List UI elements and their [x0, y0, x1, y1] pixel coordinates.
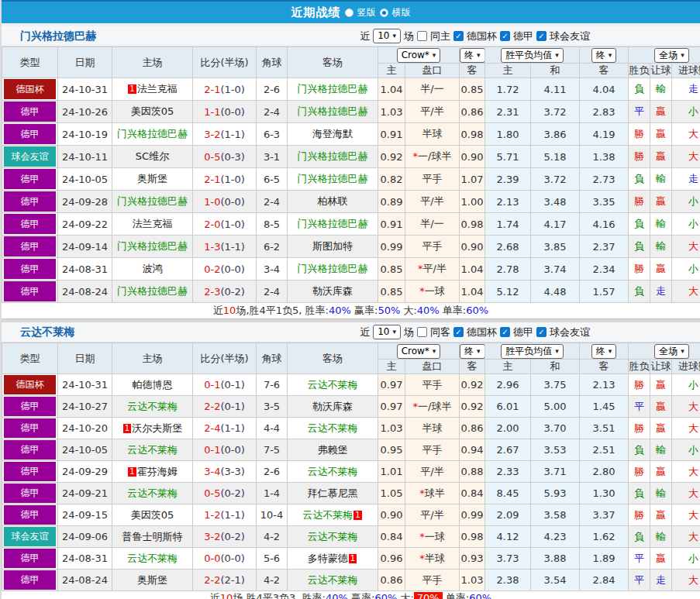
crow-odds-select[interactable]: Crow*▾	[397, 344, 441, 359]
league-filter-checkbox[interactable]: ✓	[536, 327, 547, 337]
away-odds: 0.86	[460, 101, 485, 123]
full-match-select[interactable]: 全场▾	[654, 48, 689, 63]
column-header: 角球	[257, 47, 288, 78]
handicap: *平/半	[405, 258, 460, 281]
result-handicap: 輸	[650, 236, 672, 258]
vertical-layout-radio[interactable]	[345, 9, 353, 17]
home-team: 奥斯堡	[112, 168, 193, 191]
full-match-select[interactable]: 全场▾	[654, 344, 689, 359]
league-filter-checkbox[interactable]: ✓	[536, 31, 547, 41]
away-odds: 0.94	[460, 439, 485, 461]
away-team: 云达不莱梅	[288, 461, 378, 483]
corners: 5-6	[257, 548, 288, 570]
result-goals: 走	[672, 78, 700, 101]
result-handicap: 走	[650, 570, 672, 591]
team-name: 勒沃库森	[312, 401, 353, 412]
final-odds-select[interactable]: 终▾	[460, 48, 485, 63]
summary-part: 大:	[397, 592, 414, 599]
corners: 10-4	[257, 504, 288, 526]
crow-odds-select[interactable]: Crow*▾	[397, 48, 441, 63]
home-odds: 0.90	[378, 504, 405, 526]
team-name: 拜仁慕尼黑	[308, 487, 358, 499]
league-badge: 德甲	[2, 504, 58, 526]
summary-part: 10	[220, 592, 233, 599]
away-team: 云达不莱梅	[288, 418, 378, 439]
match-row: 德甲24-10-19门兴格拉德巴赫3-2(1-1)6-3海登海默0.91半球0.…	[2, 123, 700, 146]
away-team: 门兴格拉德巴赫	[288, 78, 378, 101]
summary-part: 场,胜4平3负3, 胜率:	[233, 592, 326, 599]
league-filter-checkbox[interactable]: ✓	[500, 31, 510, 41]
team-name: 门兴格拉德巴赫	[298, 218, 368, 229]
sub-column-header: 客	[580, 64, 629, 78]
handicap: 半球	[405, 418, 460, 439]
home-odds: 0.86	[378, 570, 405, 591]
games-count-select[interactable]: 10▾	[373, 29, 401, 43]
match-row: 德甲24-10-27云达不莱梅2-2(0-1)3-5勒沃库森0.97*一/球半0…	[2, 396, 700, 418]
match-date: 24-10-05	[58, 439, 112, 461]
red-card-badge: 1	[349, 554, 357, 563]
chevron-down-icon: ▾	[681, 345, 684, 358]
away-odds: 1.07	[460, 168, 485, 191]
league-filter-checkbox[interactable]: ✓	[453, 31, 464, 41]
team-name: 法兰克福	[137, 83, 178, 95]
matches-table: 类型日期主场比分(半场)角球客场Crow*▾终▾胜平负均值▾终▾全场▾主盘口客主…	[2, 343, 700, 591]
match-row: 德甲24-08-31波鸿0-2(0-0)3-4门兴格拉德巴赫0.85*平/半1.…	[2, 258, 700, 281]
final-average-select[interactable]: 终▾	[591, 344, 617, 359]
match-row: 德甲24-10-05云达不莱梅0-1(0-0)7-5弗赖堡0.95平手0.942…	[2, 439, 700, 461]
away-team: 门兴格拉德巴赫	[288, 168, 378, 191]
league-badge: 德甲	[2, 101, 58, 123]
wdl-average-select[interactable]: 胜平负均值▾	[501, 48, 564, 63]
team-section: 云达不莱梅 近 10▾ 场 同客 ✓德国杯✓德甲✓球会友谊 类型日期主场比分(半…	[2, 322, 700, 599]
avg-home: 4.12	[485, 526, 531, 548]
summary-part: 60%	[374, 592, 397, 599]
result-wdl: 負	[629, 439, 650, 461]
league-filter-checkbox[interactable]: ✓	[500, 327, 510, 337]
match-row: 德甲24-08-24奥斯堡2-2(2-1)4-2云达不莱梅0.86平手1.032…	[2, 570, 700, 591]
league-badge: 德国杯	[2, 78, 58, 101]
games-count-select[interactable]: 10▾	[373, 325, 401, 339]
home-odds: 1.03	[378, 418, 405, 439]
avg-away: 1.62	[580, 526, 629, 548]
avg-away: 3.37	[580, 504, 629, 526]
horizontal-layout-radio[interactable]	[380, 9, 388, 17]
wdl-average-select[interactable]: 胜平负均值▾	[501, 344, 564, 359]
league-badge: 德甲	[2, 461, 58, 483]
result-goals: 大	[672, 146, 700, 168]
same-venue-checkbox[interactable]	[417, 327, 427, 337]
sub-column-header: 和	[531, 360, 580, 374]
final-average-select[interactable]: 终▾	[591, 48, 617, 63]
result-handicap: 贏	[650, 258, 672, 281]
avg-draw: 3.72	[531, 101, 580, 123]
avg-home: 2.38	[485, 570, 531, 591]
home-odds: 0.96	[378, 548, 405, 570]
league-filter-checkbox[interactable]: ✓	[453, 327, 464, 337]
away-team: 云达不莱梅	[288, 526, 378, 548]
match-date: 24-09-06	[58, 526, 112, 548]
avg-home: 6.01	[485, 396, 531, 418]
corners: 1-4	[257, 483, 288, 504]
team-name: 美因茨05	[131, 105, 174, 117]
away-team: 门兴格拉德巴赫	[288, 213, 378, 236]
home-team: 1沃尔夫斯堡	[112, 418, 193, 439]
team-name: 霍芬海姆	[137, 466, 178, 477]
home-team: 门兴格拉德巴赫	[112, 191, 193, 213]
same-venue-checkbox[interactable]	[417, 31, 427, 41]
away-odds: 0.93	[460, 548, 485, 570]
summary-part: 赢率:	[348, 592, 375, 599]
summary-part: 场,胜4平1负5, 胜率:	[236, 305, 329, 316]
avg-home: 2.33	[485, 461, 531, 483]
away-team: 云达不莱梅	[288, 570, 378, 591]
result-handicap: 贏	[650, 146, 672, 168]
column-header: 日期	[58, 47, 112, 78]
result-handicap: 贏	[650, 548, 672, 570]
home-odds: 0.91	[378, 123, 405, 146]
match-date: 24-10-19	[58, 123, 112, 146]
final-odds-select[interactable]: 终▾	[460, 344, 485, 359]
handicap: 半球	[405, 123, 460, 146]
match-row: 德甲24-09-22法兰克福2-0(1-0)8-5门兴格拉德巴赫0.91半/一0…	[2, 213, 700, 236]
team-name: 门兴格拉德巴赫	[117, 195, 188, 207]
result-goals: 大	[672, 281, 700, 303]
away-team: 多特蒙德1	[288, 548, 378, 570]
away-odds: 0.85	[460, 78, 485, 101]
result-handicap: 贏	[650, 123, 672, 146]
